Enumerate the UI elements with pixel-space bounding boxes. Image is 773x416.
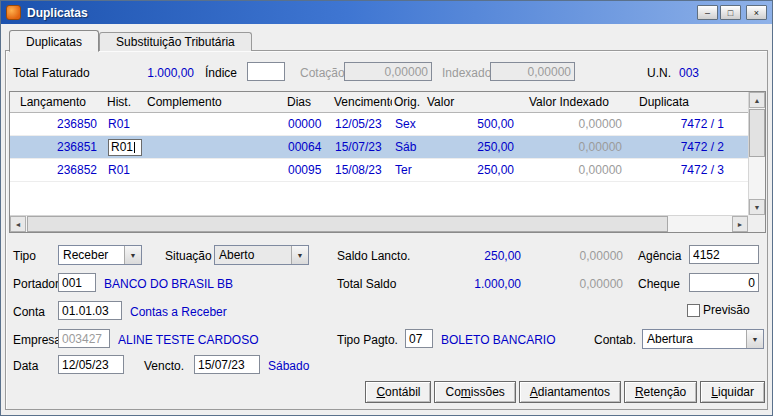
cell-lancamento: 236850 [10,117,105,131]
table-row[interactable]: 236850 R01 00000 12/05/23 Sex 500,00 0,0… [10,113,748,136]
cell-hist-editor[interactable]: R01 [105,139,145,156]
data-input[interactable] [58,355,124,374]
liquidar-button[interactable]: Liquidar [700,381,765,403]
cell-valor: 250,00 [422,163,517,177]
button-label: diantamentos [538,385,610,399]
contab-selected-value: Abertura [643,332,746,346]
table-row[interactable]: 236852 R01 00095 15/08/23 Ter 250,00 0,0… [10,159,748,182]
scrollbar-corner [748,215,765,232]
column-header-valor-indexado[interactable]: Valor Indexado [517,95,627,109]
saldo-lancto-value: 250,00 [421,249,521,263]
button-hotkey: m [461,385,471,399]
button-hotkey: R [635,385,644,399]
situacao-label: Situação [165,249,212,263]
column-header-duplicata[interactable]: Duplicata [627,95,732,109]
restore-button[interactable]: □ [720,5,741,20]
combo-arrow-button[interactable]: ▼ [124,246,141,264]
cell-hist: R01 [105,117,145,131]
cell-hist: R01 [105,163,145,177]
total-saldo-indexado: 0,00000 [531,277,623,291]
tipo-select[interactable]: Receber ▼ [58,245,142,265]
empresa-code-input[interactable] [58,329,110,348]
button-hotkey: A [530,385,538,399]
comissoes-button[interactable]: Comissões [434,381,515,403]
scroll-right-button[interactable]: ► [732,216,748,232]
cell-lancamento: 236852 [10,163,105,177]
vencto-input[interactable] [194,355,260,374]
retencao-button[interactable]: Retenção [624,381,697,403]
duplicatas-grid: Lançamento Hist. Complemento Dias Vencim… [9,91,766,233]
combo-arrow-button[interactable]: ▼ [746,330,763,348]
previsao-checkbox-group[interactable]: Previsão [687,303,750,317]
vencto-label: Vencto. [144,359,184,373]
adiantamentos-button[interactable]: Adiantamentos [519,381,621,403]
column-header-hist[interactable]: Hist. [105,95,145,109]
button-hotkey: L [711,385,718,399]
agencia-input[interactable] [689,245,759,264]
grid-header-row: Lançamento Hist. Complemento Dias Vencim… [10,92,748,113]
cotacao-label: Cotação [300,66,345,80]
app-icon [6,5,21,20]
triangle-right-icon: ► [737,221,744,228]
grid-body: Lançamento Hist. Complemento Dias Vencim… [10,92,748,215]
table-row[interactable]: 236851 R01 00064 15/07/23 Sáb 250,00 0,0… [10,136,748,159]
scroll-left-button[interactable]: ◄ [10,216,26,232]
cell-valor-indexado: 0,00000 [517,140,627,154]
minimize-button[interactable]: – [697,5,718,20]
previsao-checkbox[interactable] [687,304,700,317]
column-header-vencimento[interactable]: Vencimento [332,95,392,109]
horizontal-scroll-thumb[interactable] [27,216,668,232]
column-header-dias[interactable]: Dias [285,95,332,109]
portador-code-input[interactable] [58,273,96,292]
contab-label: Contab. [594,333,636,347]
cell-orig: Sex [392,117,422,131]
total-faturado-label: Total Faturado [13,66,90,80]
combo-arrow-button[interactable]: ▼ [291,246,308,264]
close-icon: × [754,8,759,18]
contabil-button[interactable]: Contábil [365,381,431,403]
cell-valor: 250,00 [422,140,517,154]
tipo-pagto-code-input[interactable] [405,329,433,348]
contab-select[interactable]: Abertura ▼ [642,329,764,349]
conta-code-input[interactable] [58,301,122,320]
button-label: etenção [644,385,687,399]
cheque-input[interactable] [689,273,759,292]
portador-label: Portador [13,277,59,291]
situacao-select[interactable]: Aberto ▼ [214,245,309,265]
tab-substituicao-tributaria[interactable]: Substituição Tributária [99,32,252,51]
total-faturado-value: 1.000,00 [101,66,194,80]
cotacao-input [344,62,432,81]
scroll-down-button[interactable]: ▼ [749,199,765,215]
column-header-valor[interactable]: Valor [422,95,517,109]
duplicatas-window: Duplicatas – □ × Duplicatas Substituição… [0,0,773,416]
minimize-icon: – [705,8,710,18]
column-header-complemento[interactable]: Complemento [145,95,285,109]
inline-cell-editor[interactable]: R01 [108,139,142,156]
total-saldo-label: Total Saldo [337,277,396,291]
triangle-left-icon: ◄ [15,221,22,228]
vertical-scrollbar[interactable]: ▲ ▼ [748,92,765,215]
cell-valor: 500,00 [422,117,517,131]
cell-valor-indexado: 0,00000 [517,117,627,131]
column-header-lancamento[interactable]: Lançamento [10,95,105,109]
tab-duplicatas[interactable]: Duplicatas [9,30,99,52]
scroll-up-button[interactable]: ▲ [749,92,765,108]
horizontal-scrollbar[interactable]: ◄ ► [10,215,748,232]
cell-duplicata: 7472 / 3 [627,163,732,177]
cell-vencimento: 15/08/23 [332,163,392,177]
conta-name: Contas a Receber [130,305,227,319]
text-caret [134,142,135,153]
empresa-label: Empresa [13,333,61,347]
previsao-label: Previsão [703,303,750,317]
vertical-scroll-thumb[interactable] [749,109,765,157]
saldo-lancto-label: Saldo Lancto. [337,249,410,263]
cell-orig: Ter [392,163,422,177]
triangle-up-icon: ▲ [754,97,761,104]
empresa-name: ALINE TESTE CARDOSO [118,333,258,347]
cell-lancamento: 236851 [10,140,105,154]
cell-valor-indexado: 0,00000 [517,163,627,177]
indice-input[interactable] [247,62,285,81]
data-label: Data [13,359,38,373]
column-header-orig[interactable]: Orig. [392,95,422,109]
close-button[interactable]: × [746,5,767,20]
